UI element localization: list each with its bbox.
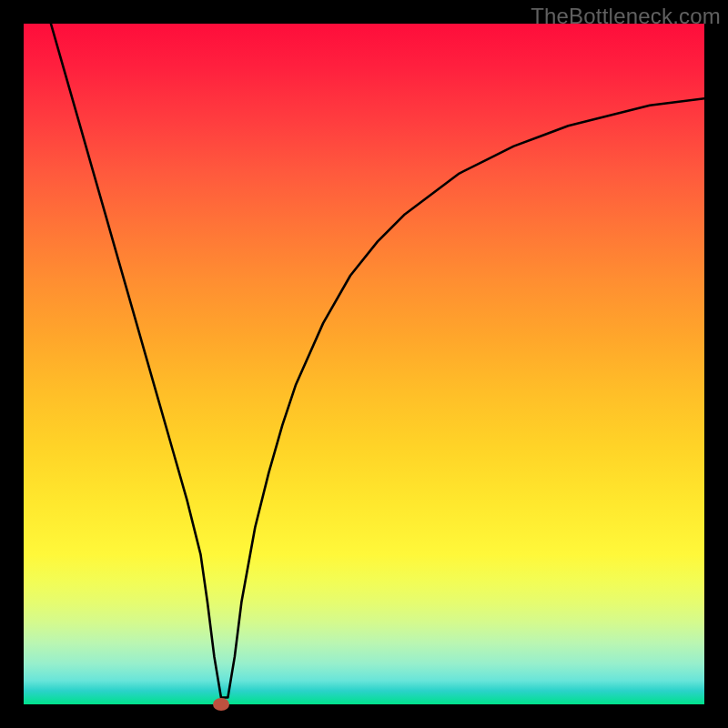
- minimum-marker: [213, 698, 229, 711]
- curve-svg: [24, 24, 704, 704]
- bottleneck-curve-path: [51, 24, 704, 698]
- attribution-text: TheBottleneck.com: [531, 4, 721, 29]
- plot-area: [24, 24, 704, 704]
- chart-frame: TheBottleneck.com: [0, 0, 728, 728]
